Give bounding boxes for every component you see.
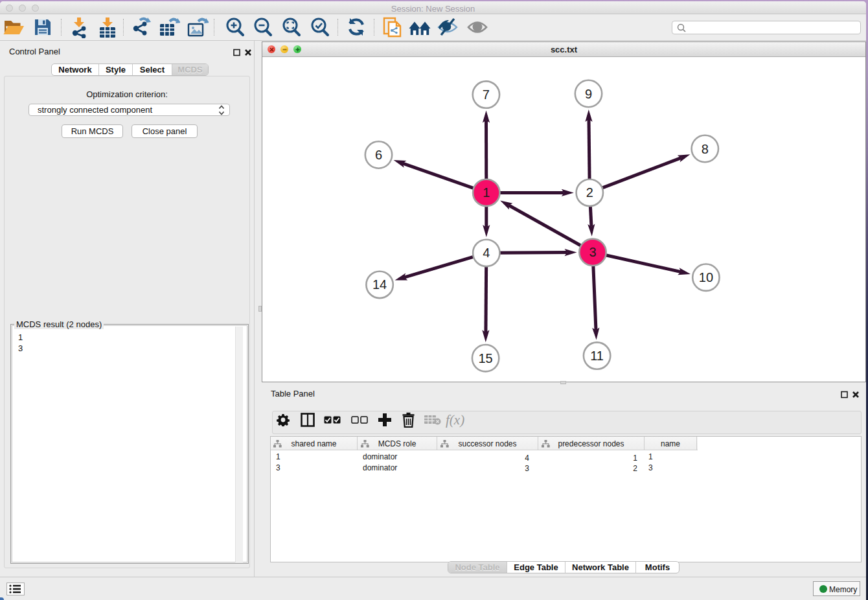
svg-text:8: 8 <box>702 142 709 156</box>
svg-text:11: 11 <box>590 349 604 363</box>
svg-text:7: 7 <box>483 87 490 102</box>
svg-text:4: 4 <box>483 246 490 260</box>
svg-text:6: 6 <box>375 148 382 162</box>
svg-text:10: 10 <box>699 270 713 284</box>
svg-text:2: 2 <box>586 185 593 200</box>
svg-text:9: 9 <box>585 87 592 101</box>
svg-text:15: 15 <box>478 351 492 365</box>
svg-text:3: 3 <box>589 245 596 259</box>
svg-text:1: 1 <box>483 185 490 200</box>
svg-text:14: 14 <box>372 277 387 292</box>
